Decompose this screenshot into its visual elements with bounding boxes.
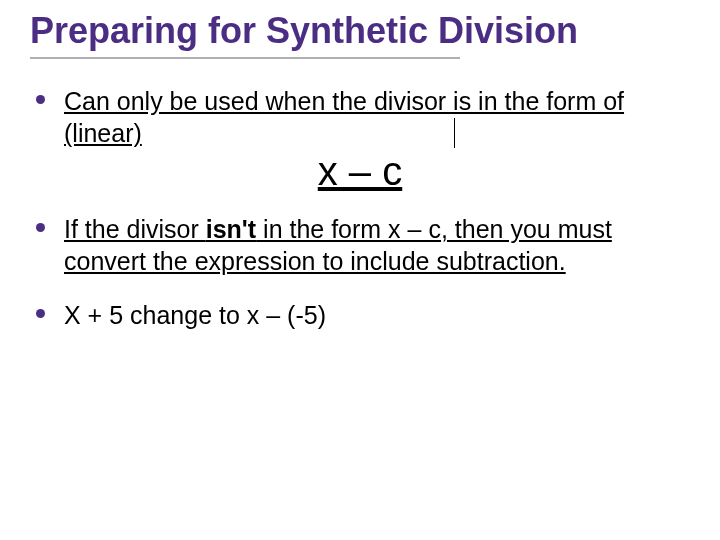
title-underline: [30, 57, 460, 59]
slide: Preparing for Synthetic Division Can onl…: [0, 0, 720, 540]
bullet-2-bold: isn't: [206, 215, 256, 243]
formula-x-minus-c: x – c: [30, 151, 690, 191]
bullet-item-2: If the divisor isn't in the form x – c, …: [30, 213, 690, 277]
bullet-item-1: Can only be used when the divisor is in …: [30, 85, 690, 191]
bullet-3-text: X + 5 change to x – (-5): [64, 301, 326, 329]
slide-title: Preparing for Synthetic Division: [30, 10, 690, 51]
bullet-list: Can only be used when the divisor is in …: [30, 85, 690, 331]
bullet-2-pre: If the divisor: [64, 215, 206, 243]
bullet-item-3: X + 5 change to x – (-5): [30, 299, 690, 331]
bullet-1-text: Can only be used when the divisor is in …: [64, 87, 624, 147]
